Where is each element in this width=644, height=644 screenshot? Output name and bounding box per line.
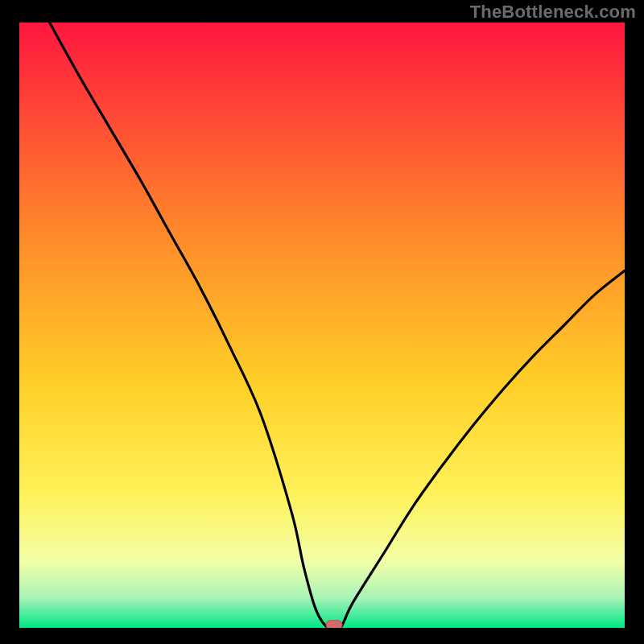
chart-frame: TheBottleneck.com xyxy=(0,0,644,644)
bottleneck-chart xyxy=(19,23,625,628)
gradient-background xyxy=(19,23,625,628)
optimum-marker xyxy=(326,621,342,628)
watermark-text: TheBottleneck.com xyxy=(470,2,636,23)
